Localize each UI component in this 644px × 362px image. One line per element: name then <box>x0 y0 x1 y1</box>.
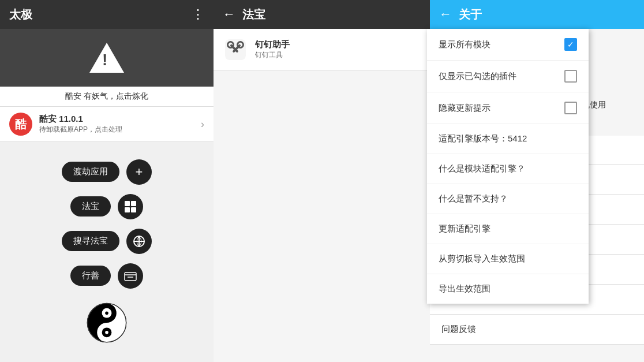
middle-title: 法宝 <box>242 7 265 23</box>
dropdown-item-2[interactable]: 隐藏更新提示 <box>427 92 589 124</box>
plugin-icon <box>223 37 248 62</box>
dropdown-menu: 显示所有模块 仅显示已勾选的插件 隐藏更新提示 适配引擎版本号：5412 什么是… <box>427 29 589 304</box>
middle-header: ← 法宝 <box>214 0 430 29</box>
checkbox-empty-1[interactable] <box>564 70 577 83</box>
middle-back-button[interactable]: ← <box>223 7 235 22</box>
svg-rect-1 <box>131 201 136 206</box>
taiji-logo[interactable] <box>87 303 127 345</box>
plugin-name: 钉钉助手 <box>255 39 290 50</box>
dropdown-label-7: 从剪切板导入生效范围 <box>439 253 525 264</box>
dropdown-label-8: 导出生效范围 <box>439 283 491 294</box>
btn-icon-3 <box>118 263 143 289</box>
dropdown-item-3: 适配引擎版本号：5412 <box>427 124 589 154</box>
svg-point-14 <box>105 331 108 334</box>
svg-rect-2 <box>125 207 130 212</box>
svg-rect-3 <box>131 207 136 212</box>
right-title: 关于 <box>459 7 482 23</box>
app-icon: 酷 <box>9 113 32 136</box>
action-btn-2[interactable]: 搜寻法宝 <box>62 229 152 254</box>
btn-icon-1 <box>118 194 143 219</box>
checkbox-checked-0[interactable] <box>564 38 577 51</box>
dropdown-item-5[interactable]: 什么是暂不支持？ <box>427 184 589 214</box>
action-btn-3[interactable]: 行善 <box>70 263 143 289</box>
plugin-sub: 钉钉工具 <box>255 50 290 60</box>
right-back-button[interactable]: ← <box>439 7 452 22</box>
checkbox-empty-2[interactable] <box>564 102 577 114</box>
app-item[interactable]: 酷 酷安 11.0.1 待卸载截原APP，点击处理 › <box>0 107 214 142</box>
dropdown-item-8[interactable]: 导出生效范围 <box>427 274 589 304</box>
svg-rect-0 <box>125 201 130 206</box>
dropdown-label-2: 隐藏更新提示 <box>439 103 491 114</box>
dropdown-label-0: 显示所有模块 <box>439 39 491 50</box>
dropdown-label-3: 适配引擎版本号：5412 <box>439 133 527 144</box>
buttons-area: 渡劫应用 + 法宝 搜寻法宝 <box>0 142 214 362</box>
action-btn-0[interactable]: 渡劫应用 + <box>62 159 152 185</box>
svg-rect-7 <box>125 273 136 281</box>
app-info: 酷安 11.0.1 待卸载截原APP，点击处理 <box>39 114 201 135</box>
dropdown-item-7[interactable]: 从剪切板导入生效范围 <box>427 244 589 274</box>
dropdown-label-6: 更新适配引擎 <box>439 223 491 234</box>
dropdown-label-1: 仅显示已勾选的插件 <box>439 71 516 82</box>
app-name: 酷安 11.0.1 <box>39 114 201 125</box>
dropdown-label-5: 什么是暂不支持？ <box>439 193 508 204</box>
btn-label-1: 法宝 <box>70 196 111 217</box>
btn-label-2: 搜寻法宝 <box>62 231 119 251</box>
middle-panel: ← 法宝 <box>214 0 430 362</box>
warning-banner <box>0 29 214 87</box>
app-arrow-icon: › <box>201 118 204 130</box>
btn-icon-2 <box>126 229 152 254</box>
left-title: 太极 <box>9 7 32 23</box>
app-desc: 待卸载截原APP，点击处理 <box>39 125 201 135</box>
taiji-logo-svg <box>87 303 127 343</box>
dropdown-item-1[interactable]: 仅显示已勾选的插件 <box>427 61 589 92</box>
plugin-header: 钉钉助手 钉钉工具 <box>214 29 430 71</box>
warning-triangle-icon <box>89 43 124 73</box>
app-subtitle[interactable]: 酷安 有妖气，点击炼化 <box>0 87 214 107</box>
plugin-info: 钉钉助手 钉钉工具 <box>255 39 290 60</box>
action-btn-1[interactable]: 法宝 <box>70 194 143 219</box>
left-header: 太极 ⋮ <box>0 0 214 29</box>
left-panel: 太极 ⋮ 酷安 有妖气，点击炼化 酷 酷安 11.0.1 待卸载截原APP，点击… <box>0 0 214 362</box>
dropdown-item-4[interactable]: 什么是模块适配引擎？ <box>427 154 589 184</box>
dropdown-item-6[interactable]: 更新适配引擎 <box>427 214 589 244</box>
dropdown-label-4: 什么是模块适配引擎？ <box>439 163 525 174</box>
right-list-item-6[interactable]: 问题反馈 <box>430 315 644 345</box>
right-header: ← 关于 <box>430 0 644 29</box>
btn-label-3: 行善 <box>70 266 111 286</box>
more-icon[interactable]: ⋮ <box>192 7 204 22</box>
btn-label-0: 渡劫应用 <box>62 162 119 182</box>
btn-icon-0: + <box>126 159 152 185</box>
svg-point-13 <box>105 311 108 315</box>
dropdown-item-0[interactable]: 显示所有模块 <box>427 29 589 61</box>
